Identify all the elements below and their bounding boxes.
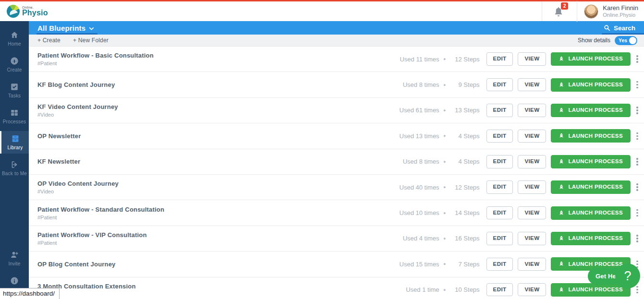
rocket-icon [559,184,564,190]
launch-process-button[interactable]: LAUNCH PROCESS [551,104,631,117]
blueprint-row: Patient Workflow - Basic Consultation #P… [29,47,644,72]
row-menu-kebab-icon[interactable] [633,53,641,65]
row-menu-kebab-icon[interactable] [633,156,641,167]
launch-process-label: LAUNCH PROCESS [568,56,623,62]
row-menu-kebab-icon[interactable] [633,131,641,142]
edit-button[interactable]: EDIT [486,180,513,194]
sidebar-item-info[interactable] [0,273,29,289]
sidebar-item-label: Create [7,67,22,72]
get-help-button[interactable]: Get Help ? [588,263,640,288]
view-button[interactable]: VIEW [518,258,546,271]
new-folder-button[interactable]: + New Folder [73,37,109,44]
dot-separator: ● [439,262,450,266]
blueprint-row: KF Blog Content Journey Used 8 times ● 9… [29,72,644,97]
status-bar-url: https://dashboard/ [0,288,60,299]
logo-text-main: Physio [22,9,48,17]
blueprint-title[interactable]: OP Blog Content Journey [37,261,116,268]
steps-count: 9 Steps [450,81,480,88]
dot-separator: ● [439,211,450,215]
row-menu-kebab-icon[interactable] [633,105,641,116]
blueprint-title[interactable]: KF Newsletter [37,158,80,165]
info-icon [10,276,19,286]
blueprint-title[interactable]: Patient Workflow - VIP Consultation [37,231,147,239]
launch-process-button[interactable]: LAUNCH PROCESS [551,155,631,168]
exit-arrow-icon [10,160,19,169]
view-button[interactable]: VIEW [518,52,546,66]
used-count: Used 4 times [376,235,439,242]
notification-badge: 2 [561,2,568,10]
blueprint-title[interactable]: Patient Workflow - Standard Consultation [37,206,164,213]
view-button[interactable]: VIEW [518,206,546,220]
logo[interactable]: Online. Physio [0,5,48,18]
blueprint-title[interactable]: Patient Workflow - Basic Consultation [37,52,154,59]
blueprint-row: Patient Workflow - Standard Consultation… [29,200,644,226]
steps-count: 10 Steps [450,286,480,293]
folder-title-dropdown[interactable]: All Blueprints [37,21,95,35]
create-blueprint-button[interactable]: + Create [37,37,61,44]
edit-button[interactable]: EDIT [486,283,513,297]
content-area: All Blueprints Search + Create + New Fol… [29,21,644,299]
view-button[interactable]: VIEW [518,232,546,245]
edit-button[interactable]: EDIT [486,104,513,117]
logo-icon [7,5,20,18]
launch-process-button[interactable]: LAUNCH PROCESS [551,232,631,245]
edit-button[interactable]: EDIT [486,155,513,168]
blueprint-title[interactable]: KF Video Content Journey [37,103,118,110]
used-count: Used 11 times [376,56,439,63]
edit-button[interactable]: EDIT [486,258,513,271]
blueprint-row: OP Video Content Journey #Video Used 40 … [29,175,644,200]
show-details-toggle[interactable]: Yes [615,36,637,45]
sidebar-item-invite[interactable]: Invite [0,247,29,270]
view-button[interactable]: VIEW [518,180,546,194]
used-count: Used 15 times [376,261,439,268]
sidebar-item-label: Library [8,145,23,150]
edit-button[interactable]: EDIT [486,130,513,143]
blueprint-title[interactable]: OP Video Content Journey [37,180,119,187]
steps-count: 12 Steps [450,184,480,191]
steps-count: 7 Steps [450,261,480,268]
check-square-icon [10,82,19,92]
user-menu[interactable]: Karen Finnin Online.Physio [603,4,644,19]
rocket-icon [559,133,564,139]
sidebar-item-library[interactable]: Library [0,131,29,154]
launch-process-label: LAUNCH PROCESS [568,184,623,190]
app-root: Online. Physio 2 Karen Finnin Online.Phy… [0,0,644,299]
home-icon [10,30,19,40]
launch-process-button[interactable]: LAUNCH PROCESS [551,52,631,66]
sidebar-item-create[interactable]: Create [0,53,29,76]
view-button[interactable]: VIEW [518,78,546,92]
sidebar-item-home[interactable]: Home [0,27,29,50]
notifications-bell-button[interactable]: 2 [553,6,564,17]
search-button[interactable]: Search [602,21,637,35]
rocket-icon [559,287,564,293]
launch-process-button[interactable]: LAUNCH PROCESS [551,78,631,92]
sidebar-item-tasks[interactable]: Tasks [0,79,29,102]
row-menu-kebab-icon[interactable] [633,79,641,91]
toggle-value: Yes [615,37,627,43]
launch-process-button[interactable]: LAUNCH PROCESS [551,206,631,220]
row-menu-kebab-icon[interactable] [633,233,641,244]
launch-process-button[interactable]: LAUNCH PROCESS [551,180,631,194]
blueprint-tag: #Patient [37,60,154,66]
edit-button[interactable]: EDIT [486,78,513,92]
search-icon [604,24,610,31]
launch-process-button[interactable]: LAUNCH PROCESS [551,129,631,143]
blueprint-title[interactable]: OP Newsletter [37,132,81,140]
view-button[interactable]: VIEW [518,130,546,143]
row-menu-kebab-icon[interactable] [633,207,641,219]
rocket-icon [559,108,564,113]
used-count: Used 1 time [376,286,439,293]
row-menu-kebab-icon[interactable] [633,181,641,193]
view-button[interactable]: VIEW [518,104,546,117]
edit-button[interactable]: EDIT [486,206,513,220]
sidebar-item-back-to-me[interactable]: Back to Me [0,157,29,179]
view-button[interactable]: VIEW [518,155,546,168]
used-count: Used 10 times [376,209,439,216]
used-count: Used 40 times [376,184,439,191]
blueprint-title[interactable]: KF Blog Content Journey [37,81,115,88]
sidebar-item-processes[interactable]: Processes [0,105,29,128]
view-button[interactable]: VIEW [518,283,546,297]
user-avatar[interactable] [584,4,598,19]
edit-button[interactable]: EDIT [486,52,513,66]
edit-button[interactable]: EDIT [486,232,513,245]
